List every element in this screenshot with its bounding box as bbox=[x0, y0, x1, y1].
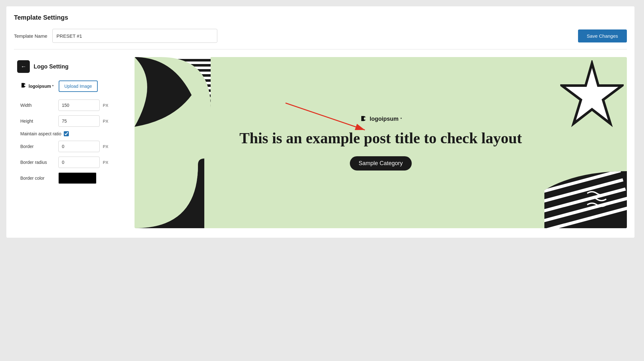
width-unit: PX bbox=[103, 103, 108, 108]
border-field-row: Border PX bbox=[17, 141, 128, 152]
header-row: Template Name Save Changes bbox=[14, 29, 627, 49]
aspect-ratio-checkbox[interactable] bbox=[64, 131, 69, 136]
preview-content: logoipsum * This is an example post titl… bbox=[208, 115, 553, 171]
template-name-input[interactable] bbox=[52, 29, 217, 43]
logo-setting-title: Logo Setting bbox=[34, 63, 69, 70]
save-changes-button[interactable]: Save Changes bbox=[578, 29, 627, 42]
width-field-row: Width PX bbox=[17, 100, 128, 111]
deco-bottom-left bbox=[135, 158, 204, 228]
page-title: Template Settings bbox=[14, 14, 627, 21]
preview-area: logoipsum * This is an example post titl… bbox=[135, 57, 627, 228]
preview-logo: logoipsum * bbox=[208, 115, 553, 123]
border-label: Border bbox=[20, 144, 55, 149]
main-content: ← Logo Setting logoipsum * Upload Image bbox=[14, 57, 627, 228]
logo-setting-header: ← Logo Setting bbox=[17, 60, 128, 73]
logo-text: logoipsum bbox=[29, 84, 51, 89]
deco-top-left bbox=[135, 57, 211, 127]
border-radius-label: Border radius bbox=[20, 160, 55, 165]
svg-point-19 bbox=[364, 117, 366, 120]
logo-preview: logoipsum * bbox=[20, 82, 54, 91]
back-arrow-icon: ← bbox=[21, 63, 26, 70]
deco-top-right-star bbox=[560, 60, 624, 143]
preview-post-title: This is an example post title to check l… bbox=[208, 129, 553, 147]
deco-wavy bbox=[586, 190, 611, 209]
aspect-ratio-row: Maintain aspect ratio bbox=[17, 131, 128, 136]
border-input[interactable] bbox=[58, 141, 100, 152]
height-input[interactable] bbox=[58, 115, 100, 127]
template-name-label: Template Name bbox=[14, 33, 47, 39]
width-input[interactable] bbox=[58, 100, 100, 111]
back-button[interactable]: ← bbox=[17, 60, 30, 73]
left-panel: ← Logo Setting logoipsum * Upload Image bbox=[14, 57, 135, 195]
border-radius-field-row: Border radius PX bbox=[17, 157, 128, 168]
svg-marker-12 bbox=[562, 63, 622, 124]
border-unit: PX bbox=[103, 144, 108, 149]
border-radius-input[interactable] bbox=[58, 157, 100, 168]
border-color-row: Border color bbox=[17, 172, 128, 184]
aspect-ratio-label: Maintain aspect ratio bbox=[20, 131, 61, 136]
border-color-swatch[interactable] bbox=[58, 172, 96, 184]
height-field-row: Height PX bbox=[17, 115, 128, 127]
logo-icon bbox=[20, 82, 27, 91]
height-unit: PX bbox=[103, 119, 108, 124]
height-label: Height bbox=[20, 119, 55, 124]
template-name-group: Template Name bbox=[14, 29, 217, 43]
preview-inner: logoipsum * This is an example post titl… bbox=[135, 57, 627, 228]
page-wrapper: Template Settings Template Name Save Cha… bbox=[6, 6, 634, 238]
svg-point-0 bbox=[24, 84, 26, 86]
preview-category-badge: Sample Category bbox=[350, 156, 411, 171]
width-label: Width bbox=[20, 103, 55, 108]
border-radius-unit: PX bbox=[103, 160, 108, 165]
upload-image-button[interactable]: Upload Image bbox=[59, 81, 98, 92]
border-color-label: Border color bbox=[20, 176, 55, 181]
logo-upload-row: logoipsum * Upload Image bbox=[17, 81, 128, 92]
preview-logo-text: logoipsum bbox=[370, 115, 398, 122]
